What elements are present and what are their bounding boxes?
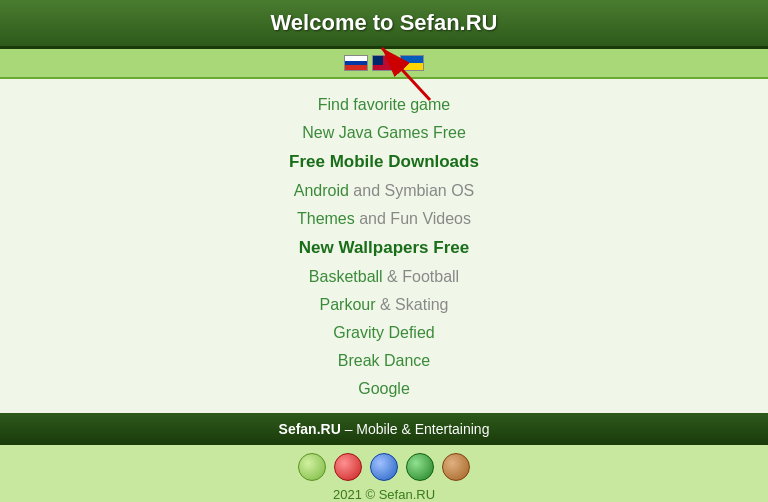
bottom-section: 2021 © Sefan.RU xyxy=(0,445,768,502)
header: Welcome to Sefan.RU xyxy=(0,0,768,49)
header-title: Welcome to Sefan.RU xyxy=(271,10,498,35)
menu-android-symbian[interactable]: Android and Symbian OS xyxy=(294,182,475,200)
menu-themes[interactable]: Themes and Fun Videos xyxy=(297,210,471,228)
circle-blue-icon[interactable] xyxy=(370,453,398,481)
footer-bar: Sefan.RU – Mobile & Entertaining xyxy=(0,413,768,445)
menu-new-java[interactable]: New Java Games Free xyxy=(302,124,466,142)
flag-ukraine-icon[interactable] xyxy=(400,55,424,71)
circle-green-icon[interactable] xyxy=(298,453,326,481)
circles-row xyxy=(298,453,470,481)
page-wrapper: Welcome to Sefan.RU Find favorite game N… xyxy=(0,0,768,502)
main-content: Find favorite game New Java Games Free F… xyxy=(0,79,768,413)
circle-brown-icon[interactable] xyxy=(442,453,470,481)
navbar xyxy=(0,49,768,79)
footer-tagline: – Mobile & Entertaining xyxy=(345,421,490,437)
menu-google[interactable]: Google xyxy=(358,380,410,398)
flag-russia-icon[interactable] xyxy=(344,55,368,71)
menu-gravity[interactable]: Gravity Defied xyxy=(333,324,434,342)
copyright-text: 2021 © Sefan.RU xyxy=(333,487,435,502)
flag-us-icon[interactable] xyxy=(372,55,396,71)
circle-red-icon[interactable] xyxy=(334,453,362,481)
circle-dark-green-icon[interactable] xyxy=(406,453,434,481)
menu-break-dance[interactable]: Break Dance xyxy=(338,352,431,370)
footer-brand: Sefan.RU xyxy=(279,421,341,437)
menu-new-wallpapers[interactable]: New Wallpapers Free xyxy=(299,238,469,258)
menu-free-mobile[interactable]: Free Mobile Downloads xyxy=(289,152,479,172)
menu-parkour[interactable]: Parkour & Skating xyxy=(320,296,449,314)
menu-basketball[interactable]: Basketball & Football xyxy=(309,268,459,286)
menu-find-game[interactable]: Find favorite game xyxy=(318,96,451,114)
